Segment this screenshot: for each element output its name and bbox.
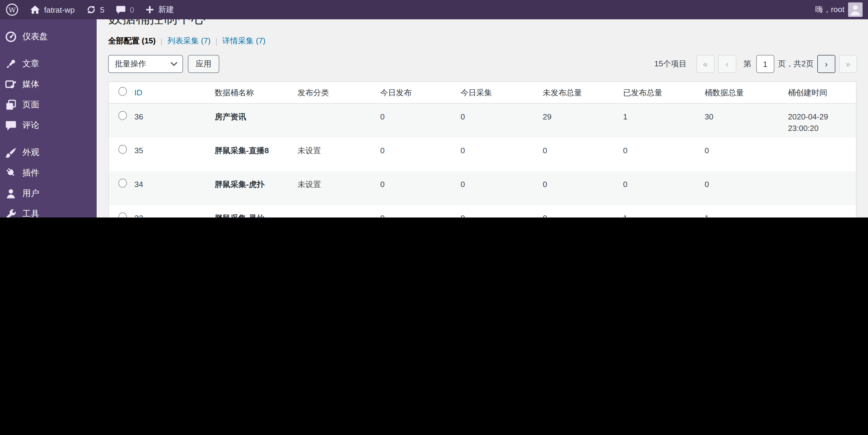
cell-category [291, 205, 374, 218]
bulk-action-select[interactable]: 批量操作 [108, 55, 183, 73]
sidebar-item-dashboard[interactable]: 仪表盘 [0, 27, 97, 47]
plugin-icon [5, 167, 17, 179]
cell-today-publish: 0 [374, 103, 455, 138]
cell-published: 1 [617, 205, 699, 218]
comment-count: 0 [130, 5, 134, 14]
cell-unpublished: 29 [537, 103, 617, 138]
account-menu[interactable]: 嗨，root [810, 0, 868, 19]
first-page-button[interactable]: « [696, 55, 715, 73]
bucket-name-link[interactable]: 胖鼠采集-直播8 [215, 146, 269, 155]
sidebar-item-label: 用户 [22, 188, 39, 199]
filter-links: 全部配置 (15) | 列表采集 (7) | 详情采集 (7) [108, 36, 857, 46]
filter-detail-collect[interactable]: 详情采集 (7) [222, 36, 266, 46]
cell-unpublished: 0 [537, 138, 617, 171]
bucket-name-link[interactable]: 胖鼠采集-寻仙 [215, 213, 265, 218]
cell-created [782, 171, 856, 205]
wordpress-logo-icon: W [5, 3, 19, 16]
filter-all-configs[interactable]: 全部配置 (15) [108, 36, 156, 46]
items-count-label: 15个项目 [654, 59, 687, 69]
column-header-today-publish: 今日发布 [374, 82, 455, 103]
chevron-down-icon [170, 62, 178, 66]
cell-created: 2020-04-29 23:00:20 [782, 103, 856, 138]
cell-today-collect: 0 [455, 205, 537, 218]
cell-published: 1 [617, 103, 699, 138]
greeting-text: 嗨，root [815, 4, 844, 15]
next-page-button[interactable]: › [817, 55, 835, 73]
table-row: 36 房产资讯 0 0 29 1 30 2020-04-29 23:00:20 [108, 103, 856, 138]
update-icon [86, 4, 96, 15]
admin-bar-spacer [179, 0, 810, 19]
sidebar-item-label: 插件 [22, 168, 39, 178]
sidebar-item-media[interactable]: 媒体 [0, 74, 97, 95]
update-count: 5 [100, 5, 104, 14]
cell-category: 未设置 [291, 138, 374, 171]
column-header-name: 数据桶名称 [209, 82, 291, 103]
table-header-row: ID 数据桶名称 发布分类 今日发布 今日采集 未发布总量 已发布总量 桶数据总… [108, 82, 856, 103]
column-header-total: 桶数据总量 [699, 82, 782, 103]
row-checkbox[interactable] [118, 178, 127, 188]
sidebar-item-users[interactable]: 用户 [0, 183, 97, 204]
row-checkbox[interactable] [118, 111, 127, 120]
column-header-category: 发布分类 [291, 82, 374, 103]
sidebar-item-pages[interactable]: 页面 [0, 95, 97, 115]
cell-published: 0 [617, 138, 699, 171]
prev-page-button[interactable]: ‹ [718, 55, 736, 73]
table-row: 33 胖鼠采集-寻仙 0 0 0 1 1 [108, 205, 856, 218]
bucket-name-link[interactable]: 房产资讯 [215, 112, 246, 121]
column-header-id[interactable]: ID [134, 88, 142, 97]
last-page-button[interactable]: » [839, 55, 857, 73]
sidebar-item-comments[interactable]: 评论 [0, 115, 97, 136]
cell-id: 34 [128, 171, 209, 205]
plus-icon [145, 5, 155, 14]
column-header-published: 已发布总量 [617, 82, 699, 103]
filter-list-collect[interactable]: 列表采集 (7) [167, 36, 211, 46]
sidebar-item-label: 媒体 [22, 79, 39, 90]
select-all-checkbox[interactable] [118, 87, 127, 96]
home-icon [30, 4, 40, 15]
sidebar-item-label: 文章 [22, 59, 39, 69]
comments-icon [5, 120, 17, 132]
cell-unpublished: 0 [537, 171, 617, 205]
apply-button[interactable]: 应用 [188, 55, 219, 73]
sidebar-item-posts[interactable]: 文章 [0, 54, 97, 74]
cell-category [291, 103, 374, 138]
sidebar-item-tools[interactable]: 工具 [0, 204, 97, 218]
filter-separator: | [156, 36, 167, 45]
sidebar-item-label: 外观 [22, 147, 39, 158]
cell-unpublished: 0 [537, 205, 617, 218]
updates-menu[interactable]: 5 [80, 0, 110, 19]
row-checkbox[interactable] [118, 145, 127, 154]
buckets-table: ID 数据桶名称 发布分类 今日发布 今日采集 未发布总量 已发布总量 桶数据总… [108, 81, 857, 218]
cell-total: 1 [699, 205, 782, 218]
bucket-name-link[interactable]: 胖鼠采集-虎扑 [215, 180, 265, 189]
media-icon [5, 78, 17, 91]
tools-icon [5, 208, 17, 218]
site-link[interactable]: fatrat-wp [24, 0, 80, 19]
appearance-icon [5, 146, 17, 159]
cell-published: 0 [617, 171, 699, 205]
wordpress-logo-menu[interactable]: W [0, 0, 24, 19]
new-content-menu[interactable]: 新建 [140, 0, 179, 19]
page-prefix-label: 第 [744, 59, 751, 69]
column-header-today-collect: 今日采集 [455, 82, 537, 103]
admin-bar: W fatrat-wp 5 [0, 0, 868, 19]
sidebar-item-label: 工具 [22, 209, 39, 218]
pagination: 15个项目 « ‹ 第 页，共2页 › » [654, 55, 857, 73]
sidebar-item-appearance[interactable]: 外观 [0, 142, 97, 163]
table-row: 34 胖鼠采集-虎扑 未设置 0 0 0 0 0 [108, 171, 856, 205]
cell-today-publish: 0 [374, 171, 455, 205]
cell-id: 33 [128, 205, 209, 218]
new-label: 新建 [158, 4, 174, 15]
table-row: 35 胖鼠采集-直播8 未设置 0 0 0 0 0 [108, 138, 856, 171]
admin-menu: 仪表盘 文章 媒体 [0, 27, 97, 218]
table-toolbar: 批量操作 应用 15个项目 « ‹ 第 页，共2页 › » [108, 55, 857, 73]
comments-menu[interactable]: 0 [110, 0, 140, 19]
sidebar-item-label: 页面 [22, 100, 39, 110]
sidebar-item-plugins[interactable]: 插件 [0, 163, 97, 183]
cell-total: 0 [699, 138, 782, 171]
page-suffix-label: 页，共2页 [778, 59, 814, 69]
current-page-input[interactable] [756, 55, 774, 73]
comment-bubble-icon [115, 4, 126, 15]
row-checkbox[interactable] [118, 212, 127, 218]
site-name: fatrat-wp [44, 5, 74, 14]
